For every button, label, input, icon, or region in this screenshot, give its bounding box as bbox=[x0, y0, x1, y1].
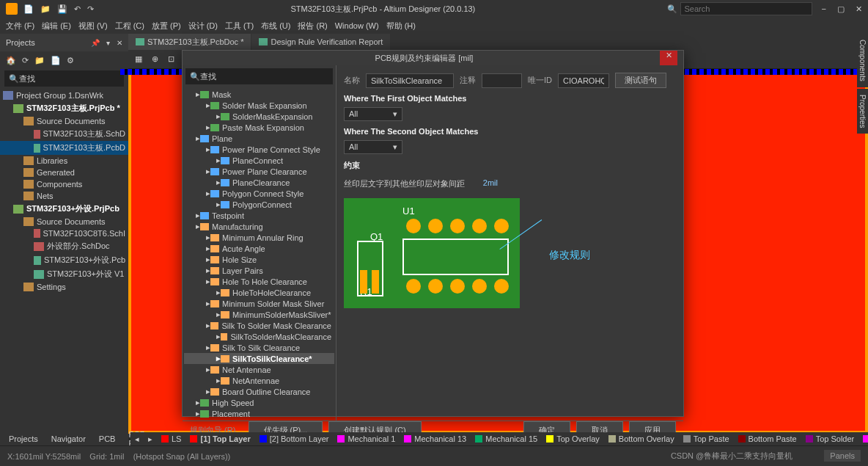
minimize-icon[interactable]: − bbox=[821, 4, 825, 13]
bottom-tab[interactable]: PCB bbox=[93, 434, 122, 444]
where1-select[interactable]: All▾ bbox=[344, 107, 402, 121]
bottom-tab[interactable]: Navigator bbox=[45, 434, 92, 444]
layer-tab[interactable]: Bottom Paste bbox=[734, 434, 801, 443]
layer-tab[interactable]: [1] Top Layer bbox=[185, 434, 254, 443]
layer-tab[interactable]: Bottom Overlay bbox=[604, 434, 679, 443]
bottom-tab[interactable]: Projects bbox=[3, 434, 44, 444]
rule-item[interactable]: ▸ Silk To Solder Mask Clearance bbox=[184, 320, 334, 331]
file-icon[interactable]: 📄 bbox=[23, 4, 34, 13]
layer-tab[interactable]: Top Solder bbox=[801, 434, 859, 443]
tree-item[interactable]: Generated bbox=[0, 167, 128, 178]
side-panel-tab[interactable]: Properties bbox=[857, 89, 868, 134]
rule-item[interactable]: ▸ Power Plane Connect Style bbox=[184, 144, 334, 155]
save-icon[interactable]: 💾 bbox=[57, 4, 67, 13]
tree-item[interactable]: Source Documents bbox=[0, 115, 128, 127]
document-tab[interactable]: STM32F103主板.PcbDoc * bbox=[128, 34, 251, 50]
rule-item[interactable]: ▸ Mask bbox=[184, 89, 334, 100]
tree-item[interactable]: STM32F103C8T6.SchI bbox=[0, 227, 128, 239]
side-panel-tab[interactable]: Components bbox=[857, 34, 868, 87]
layer-tab[interactable]: Mechanical 1 bbox=[333, 434, 400, 443]
rule-item[interactable]: ▸ Hole Size bbox=[184, 254, 334, 265]
rule-item[interactable]: ▸ Power Plane Clearance bbox=[184, 166, 334, 177]
uid-input[interactable] bbox=[558, 73, 609, 88]
rule-item[interactable]: ▸ MinimumSolderMaskSliver* bbox=[184, 309, 334, 320]
refresh-icon[interactable]: ⟳ bbox=[22, 56, 29, 65]
test-button[interactable]: 测试语句 bbox=[615, 73, 666, 88]
tree-item[interactable]: Components bbox=[0, 178, 128, 190]
menu-item[interactable]: 编辑 (E) bbox=[42, 21, 71, 32]
home-icon[interactable]: 🏠 bbox=[6, 56, 16, 65]
tree-item[interactable]: Nets bbox=[0, 190, 128, 202]
rule-item[interactable]: ▸ HoleToHoleClearance bbox=[184, 287, 334, 298]
tree-item[interactable]: STM32F103+外设.PrjPcb bbox=[0, 202, 128, 216]
menu-item[interactable]: 帮助 (H) bbox=[386, 21, 416, 32]
tree-item[interactable]: STM32F103主板.PrjPcb * bbox=[0, 101, 128, 115]
rule-item[interactable]: ▸ Solder Mask Expansion bbox=[184, 100, 334, 111]
menu-item[interactable]: Window (W) bbox=[335, 21, 379, 30]
menu-item[interactable]: 视图 (V) bbox=[78, 21, 108, 32]
rule-item[interactable]: ▸ SilkToSilkClearance* bbox=[184, 353, 334, 364]
rule-item[interactable]: ▸ Hole To Hole Clearance bbox=[184, 276, 334, 287]
menu-item[interactable]: 工具 (T) bbox=[225, 21, 254, 32]
tree-item[interactable]: STM32F103主板.PcbD bbox=[0, 141, 128, 155]
layer-tab[interactable]: Top Paste bbox=[679, 434, 734, 443]
undo-icon[interactable]: ↶ bbox=[74, 4, 81, 13]
menu-item[interactable]: 设计 (D) bbox=[188, 21, 218, 32]
tree-item[interactable]: STM32F103+外设.Pcb bbox=[0, 253, 128, 267]
open-icon[interactable]: 📁 bbox=[40, 4, 51, 13]
global-search[interactable] bbox=[680, 2, 812, 15]
rule-item[interactable]: ▸ Minimum Annular Ring bbox=[184, 232, 334, 243]
rule-item[interactable]: ▸ PolygonConnect bbox=[184, 199, 334, 210]
layer-tab[interactable]: Mechanical 13 bbox=[400, 434, 471, 443]
layer-tab[interactable]: LS bbox=[157, 434, 185, 443]
menu-item[interactable]: 报告 (R) bbox=[298, 21, 327, 32]
tree-item[interactable]: Source Documents bbox=[0, 216, 128, 227]
menu-item[interactable]: 放置 (P) bbox=[152, 21, 181, 32]
rule-item[interactable]: ▸ NetAntennae bbox=[184, 375, 334, 386]
close-icon[interactable]: ✕ bbox=[856, 4, 862, 13]
rule-item[interactable]: ▸ Silk To Silk Clearance bbox=[184, 342, 334, 353]
panel-close-icon[interactable]: ✕ bbox=[117, 39, 122, 47]
tree-item[interactable]: Settings bbox=[0, 281, 128, 293]
project-search[interactable]: 🔍 查找 bbox=[4, 70, 124, 87]
rule-item[interactable]: ▸ Polygon Connect Style bbox=[184, 188, 334, 199]
rule-item[interactable]: ▸ SolderMaskExpansion bbox=[184, 111, 334, 122]
layer-tab[interactable]: [2] Bottom Layer bbox=[255, 434, 334, 443]
constraint-value[interactable]: 2mil bbox=[483, 178, 498, 189]
menu-item[interactable]: 布线 (U) bbox=[261, 21, 290, 32]
rule-item[interactable]: ▸ Placement bbox=[184, 408, 334, 419]
folder-icon[interactable]: 📁 bbox=[34, 56, 45, 65]
maximize-icon[interactable]: ▢ bbox=[837, 4, 845, 13]
where2-select[interactable]: All▾ bbox=[344, 140, 402, 154]
rule-item[interactable]: ▸ Board Outline Clearance bbox=[184, 386, 334, 397]
rule-item[interactable]: ▸ High Speed bbox=[184, 397, 334, 408]
rule-item[interactable]: ▸ Paste Mask Expansion bbox=[184, 122, 334, 133]
rule-item[interactable]: ▸ Minimum Solder Mask Sliver bbox=[184, 298, 334, 309]
menu-item[interactable]: 工程 (C) bbox=[115, 21, 144, 32]
rule-item[interactable]: ▸ PlaneConnect bbox=[184, 155, 334, 166]
layer-tab[interactable]: Mechanical 15 bbox=[471, 434, 542, 443]
tree-item[interactable]: 外设部分.SchDoc bbox=[0, 239, 128, 253]
rule-item[interactable]: ▸ Plane bbox=[184, 133, 334, 144]
pin-icon[interactable]: 📌 bbox=[91, 39, 100, 47]
rule-search[interactable]: 🔍 查找 bbox=[185, 68, 333, 84]
tool-icon[interactable]: ⊕ bbox=[149, 54, 161, 64]
tree-item[interactable]: Project Group 1.DsnWrk bbox=[0, 90, 128, 101]
document-tab[interactable]: Design Rule Verification Report bbox=[251, 34, 390, 50]
menu-item[interactable]: 文件 (F) bbox=[6, 21, 34, 32]
doc-icon[interactable]: 📄 bbox=[51, 56, 61, 65]
collapse-icon[interactable]: ▾ bbox=[106, 39, 110, 47]
tree-item[interactable]: Libraries bbox=[0, 155, 128, 167]
rule-item[interactable]: ▸ Manufacturing bbox=[184, 221, 334, 232]
redo-icon[interactable]: ↷ bbox=[87, 4, 94, 13]
rule-item[interactable]: ▸ Acute Angle bbox=[184, 243, 334, 254]
rule-item[interactable]: ▸ Net Antennae bbox=[184, 364, 334, 375]
tool-icon[interactable]: ▦ bbox=[133, 54, 144, 64]
layer-tab[interactable]: Top Overlay bbox=[542, 434, 604, 443]
name-input[interactable] bbox=[366, 73, 454, 88]
tree-item[interactable]: STM32F103+外设 V1 bbox=[0, 267, 128, 281]
rule-item[interactable]: ▸ SilkToSolderMaskClearance bbox=[184, 331, 334, 342]
rule-item[interactable]: ▸ PlaneClearance bbox=[184, 177, 334, 188]
gear-icon[interactable]: ⚙ bbox=[67, 56, 74, 65]
tree-item[interactable]: STM32F103主板.SchD bbox=[0, 127, 128, 141]
